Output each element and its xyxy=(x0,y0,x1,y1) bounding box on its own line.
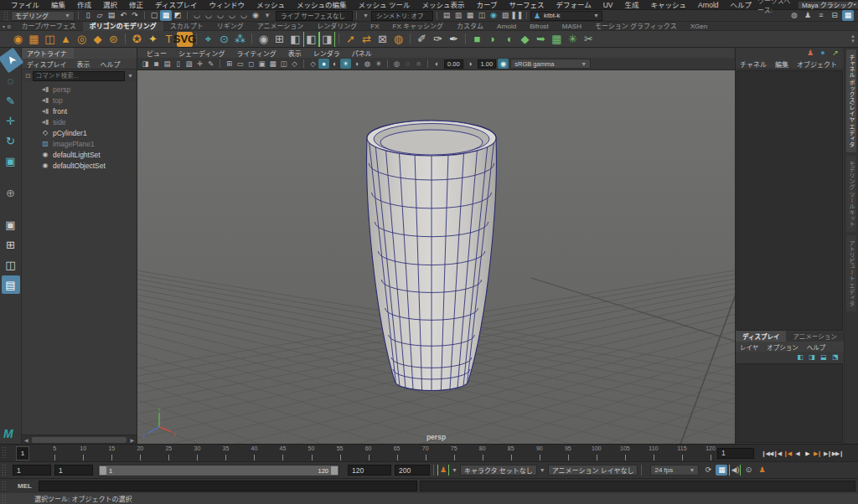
animation-preferences-icon[interactable]: ▦ xyxy=(716,465,727,476)
chevron-down-icon[interactable]: ▼ xyxy=(452,467,457,473)
shadows-icon[interactable]: ◑ xyxy=(351,59,362,69)
snap-point-icon[interactable]: ◡ xyxy=(214,10,226,21)
go-to-end-icon[interactable]: ▶▶❙ xyxy=(833,448,842,459)
animation-layer-select[interactable]: アニメーション レイヤなし xyxy=(548,465,638,476)
resolution-gate-icon[interactable]: ◻ xyxy=(246,59,256,69)
connect-icon[interactable]: ✑ xyxy=(430,32,446,47)
menubar-item-14[interactable]: UV xyxy=(597,0,619,10)
camera-attributes-icon[interactable]: ▤ xyxy=(162,59,173,69)
command-language-label[interactable]: MEL xyxy=(9,482,39,490)
menubar-item-5[interactable]: ディスプレイ xyxy=(149,0,203,10)
mirror-x-icon[interactable]: ◧ xyxy=(303,32,319,47)
open-scene-icon[interactable]: ▱ xyxy=(94,10,106,21)
layer-list-empty-area[interactable] xyxy=(737,363,843,443)
fps-select[interactable]: 24 fps ▼ xyxy=(650,465,699,476)
input-operations-icon[interactable]: ▤ xyxy=(441,10,452,21)
poly-plane-icon[interactable]: ◆ xyxy=(90,32,106,47)
character-set-select[interactable]: キャラクタ セットなし xyxy=(460,465,537,476)
snap-view-plane-icon[interactable]: ◡ xyxy=(238,10,250,21)
smooth-mesh-icon[interactable]: ◉ xyxy=(256,32,271,47)
safe-title-icon[interactable]: ◇ xyxy=(289,59,300,69)
statusline-drag-handle[interactable] xyxy=(3,11,9,19)
layer-tab-1[interactable]: アニメーション xyxy=(786,331,843,342)
shelf-tab-7[interactable]: FX キャッシング xyxy=(386,22,450,31)
single-pane-layout-icon[interactable]: ▣ xyxy=(2,215,20,234)
menubar-item-8[interactable]: メッシュの編集 xyxy=(291,0,353,10)
outliner-item-pCylinder1[interactable]: ◇pCylinder1 xyxy=(22,127,137,138)
scrollbar-track[interactable] xyxy=(32,437,127,443)
output-operations-icon[interactable]: ▥ xyxy=(452,10,464,21)
character-controls-icon[interactable]: ♟ xyxy=(805,49,815,58)
lock-camera-icon[interactable]: ◙ xyxy=(151,59,162,69)
step-forward-key-icon[interactable]: ▶❙ xyxy=(813,448,822,459)
animation-end-field[interactable] xyxy=(395,465,430,476)
wireframe-display-icon[interactable]: ◇ xyxy=(308,59,318,69)
menubar-item-16[interactable]: キャッシュ xyxy=(645,0,693,10)
channelbox-menu-0[interactable]: チャネル xyxy=(736,59,771,69)
viewport-menu-5[interactable]: パネル xyxy=(346,49,378,58)
poly-sphere-icon[interactable]: ◉ xyxy=(10,32,26,47)
time-ruler[interactable]: 5101520253035404550556065707580859095100… xyxy=(32,445,711,461)
multi-cut-icon[interactable]: ✐ xyxy=(414,32,430,47)
current-frame-marker[interactable]: 1 xyxy=(16,446,29,460)
poly-cone-icon[interactable]: ▲ xyxy=(58,32,74,47)
filter-icon[interactable]: ⊡ xyxy=(25,72,31,80)
menubar-item-9[interactable]: メッシュ ツール xyxy=(353,0,416,10)
channelbox-menu-1[interactable]: 編集 xyxy=(771,59,793,69)
viewport-menu-4[interactable]: レンダラ xyxy=(308,49,346,58)
image-plane-attr-icon[interactable]: ▨ xyxy=(183,59,194,69)
menubar-item-2[interactable]: 作成 xyxy=(71,0,97,10)
channel-box-empty-area[interactable] xyxy=(737,70,843,331)
character-set-icon[interactable]: ♟ xyxy=(437,465,449,476)
step-forward-frame-icon[interactable]: ▶❙ xyxy=(823,448,832,459)
menubar-item-7[interactable]: メッシュ xyxy=(251,0,291,10)
snap-grid-icon[interactable]: ◡ xyxy=(191,10,203,21)
grease-pencil-icon[interactable]: ✎ xyxy=(205,59,216,69)
select-tool-icon[interactable]: ➤ xyxy=(0,48,23,74)
poly-cylinder-icon[interactable]: ◫ xyxy=(42,32,58,47)
bevel-icon[interactable]: ◆ xyxy=(517,32,533,47)
select-hierarchy-icon[interactable]: ▢ xyxy=(148,10,160,21)
make-live-icon[interactable]: ◉ xyxy=(250,10,261,21)
scroll-right-icon[interactable]: ▶ xyxy=(127,437,137,443)
shelf-tab-4[interactable]: アニメーション xyxy=(251,22,311,31)
boolean-union-icon[interactable]: ■ xyxy=(469,32,485,47)
move-layer-up-icon[interactable]: ◧ xyxy=(795,352,805,362)
tool-settings-toggle-icon[interactable]: ⊟ xyxy=(829,10,840,21)
step-back-key-icon[interactable]: ❙◀ xyxy=(783,448,792,459)
parallel-rig-icon[interactable]: ● xyxy=(818,49,828,58)
select-camera-icon[interactable]: ◨ xyxy=(140,59,151,69)
subdivide-icon[interactable]: ⊞ xyxy=(271,32,287,47)
menubar-item-0[interactable]: ファイル xyxy=(5,0,45,10)
sidebar-tab-2[interactable]: アトリビュート エディタ xyxy=(846,235,856,311)
shelf-tab-3[interactable]: リギング xyxy=(210,22,251,31)
quad-mesh-icon[interactable]: ◍ xyxy=(390,32,406,47)
range-end-handle[interactable] xyxy=(331,466,338,475)
select-component-icon[interactable]: ◩ xyxy=(172,10,183,21)
helpline-drag-handle[interactable] xyxy=(2,494,8,502)
playback-loop-icon[interactable]: ⟳ xyxy=(702,465,714,476)
shelf-tab-1[interactable]: ポリゴンのモデリング xyxy=(83,22,163,31)
save-scene-icon[interactable]: ▤ xyxy=(106,10,117,21)
menubar-item-17[interactable]: Arnold xyxy=(692,0,725,10)
view-transform-select[interactable]: sRGB gamma ▼ xyxy=(510,59,591,69)
mirror-geometry-icon[interactable]: ◨ xyxy=(319,32,335,47)
snap-options-arrow-icon[interactable]: ▾ xyxy=(261,10,273,21)
shelf-tab-9[interactable]: Arnold xyxy=(490,22,523,31)
viewport-menu-2[interactable]: ライティング xyxy=(230,49,282,58)
viewport-menu-3[interactable]: 表示 xyxy=(282,49,308,58)
platonic-solid-icon[interactable]: ✦ xyxy=(145,32,161,47)
modeling-toolkit-toggle-icon[interactable]: ◍ xyxy=(788,10,800,21)
bend-icon[interactable]: ➥ xyxy=(533,32,549,47)
render-current-frame-icon[interactable]: ◫ xyxy=(476,10,488,21)
spread-icon[interactable]: ✳ xyxy=(565,32,581,47)
shaded-display-icon[interactable]: ● xyxy=(318,59,329,69)
workspace-select[interactable]: Maya クラシック* ▼ xyxy=(798,1,858,9)
range-slider-bar[interactable]: 1 120 xyxy=(98,465,339,476)
move-layer-down-icon[interactable]: ◨ xyxy=(807,352,817,362)
view-transform-icon[interactable]: ◉ xyxy=(498,59,509,69)
rangeslider-drag-handle[interactable] xyxy=(2,464,8,476)
svg-tool-icon[interactable]: SVG xyxy=(177,32,193,47)
2d-pan-zoom-icon[interactable]: ✛ xyxy=(194,59,205,69)
textured-display-icon[interactable]: ◐ xyxy=(329,59,340,69)
